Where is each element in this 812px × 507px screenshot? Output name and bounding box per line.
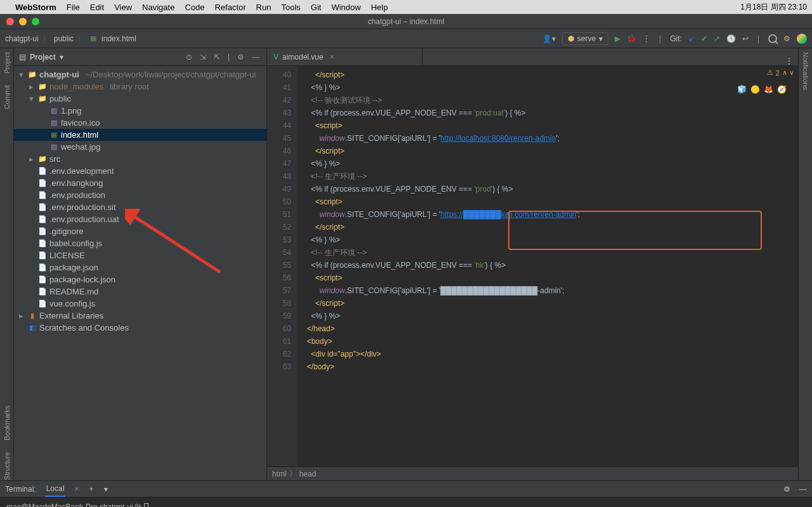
project-panel-icon: ▤ — [19, 53, 26, 62]
tree-file[interactable]: ▨wechat.jpg — [14, 141, 266, 153]
crumb-html[interactable]: html — [272, 470, 287, 478]
tree-file[interactable]: 📄README.md — [14, 286, 266, 298]
app-name[interactable]: WebStorm — [15, 3, 56, 12]
more-run-icon[interactable]: ⋮ — [643, 34, 650, 43]
editor-tabs: ▦index.html×{}package.json×⚙.env.product… — [267, 48, 798, 66]
tree-file[interactable]: 📄.env.hangkong — [14, 177, 266, 189]
settings-icon[interactable]: ⚙ — [235, 53, 246, 62]
terminal-label: Terminal: — [5, 485, 36, 494]
tree-file[interactable]: 📄LICENSE — [14, 249, 266, 261]
tree-file[interactable]: 📄.gitignore — [14, 225, 266, 237]
browser-chrome-icon[interactable]: 🟡 — [750, 85, 760, 94]
collapse-all-icon[interactable]: ⇱ — [212, 53, 222, 62]
tree-file[interactable]: 📄vue.config.js — [14, 298, 266, 310]
menu-code[interactable]: Code — [185, 3, 204, 12]
tab-dropdown-icon[interactable]: ▾ — [104, 485, 108, 494]
editor-breadcrumb: html 〉 head — [267, 466, 798, 480]
gutter: 4041424344454647484950515253545556575859… — [267, 66, 298, 466]
tree-file[interactable]: 📄.env.production.sit — [14, 201, 266, 213]
terminal-tab[interactable]: Local — [45, 482, 66, 497]
menu-tools[interactable]: Tools — [281, 3, 300, 12]
menu-help[interactable]: Help — [371, 3, 388, 12]
hide-terminal-icon[interactable]: — — [799, 485, 807, 494]
run-button[interactable]: ▶ — [615, 34, 620, 43]
tool-project[interactable]: Project — [3, 52, 11, 74]
run-config-selector[interactable]: ⬢ serve ▾ — [562, 32, 608, 45]
editor-body[interactable]: 4041424344454647484950515253545556575859… — [267, 66, 798, 466]
menu-navigate[interactable]: Navigate — [142, 3, 174, 12]
tree-file[interactable]: 📄package-lock.json — [14, 273, 266, 286]
editor-area: ▦index.html×{}package.json×⚙.env.product… — [267, 48, 798, 480]
browser-safari-icon[interactable]: 🧭 — [777, 85, 787, 94]
crumb-head[interactable]: head — [299, 470, 317, 478]
code-area[interactable]: </script> <% } %> <!-- 验收测试环境 --> <% if … — [298, 66, 798, 466]
tree-file[interactable]: 📄babel.config.js — [14, 237, 266, 249]
menubar-right: 1月18日 周四 23:10 — [740, 2, 807, 13]
tree-public[interactable]: ▾📁public — [14, 93, 266, 105]
terminal-panel: Terminal: Local × ＋ ▾ ⚙ — mac@MacdeMacBo… — [0, 480, 812, 507]
crumb-project[interactable]: chatgpt-ui — [5, 34, 39, 43]
editor-tab[interactable]: Vaimodel.vue× — [267, 49, 422, 65]
tree-root[interactable]: ▾📁chatgpt-ui~/Desktop/work/liwai/project… — [14, 69, 266, 81]
git-commit-icon[interactable]: ✔ — [701, 34, 707, 43]
tree-file[interactable]: ▨favicon.ico — [14, 117, 266, 129]
debug-button[interactable]: 🐞 — [627, 34, 636, 43]
close-window-icon[interactable] — [6, 18, 14, 25]
tree-node-modules[interactable]: ▸📁node_moduleslibrary root — [14, 81, 266, 93]
menu-file[interactable]: File — [67, 3, 80, 12]
menu-git[interactable]: Git — [311, 3, 322, 12]
crumb-file[interactable]: index.html — [102, 34, 136, 43]
tool-notifications[interactable]: Notifications — [802, 52, 809, 90]
close-tab-icon[interactable]: × — [74, 485, 79, 494]
tool-structure[interactable]: Structure — [3, 452, 11, 480]
user-icon[interactable]: 👤▾ — [542, 34, 556, 43]
history-icon[interactable]: 🕓 — [726, 34, 736, 43]
tool-commit[interactable]: Commit — [3, 85, 11, 109]
search-icon[interactable] — [768, 34, 777, 43]
browser-firefox-icon[interactable]: 🦊 — [764, 85, 773, 94]
hide-icon[interactable]: — — [250, 53, 261, 62]
tool-bookmarks[interactable]: Bookmarks — [3, 405, 11, 440]
tree-file[interactable]: 📄.env.development — [14, 165, 266, 177]
tree-src[interactable]: ▸📁src — [14, 153, 266, 165]
browser-builtin-icon[interactable]: 🧊 — [737, 85, 747, 94]
minimize-window-icon[interactable] — [19, 18, 27, 25]
chevron-down-icon[interactable]: ▾ — [60, 53, 63, 62]
menu-window[interactable]: Window — [331, 3, 360, 12]
menu-edit[interactable]: Edit — [90, 3, 104, 12]
maximize-window-icon[interactable] — [32, 18, 39, 25]
select-opened-icon[interactable]: ⊙ — [184, 53, 194, 62]
project-tree[interactable]: ▾📁chatgpt-ui~/Desktop/work/liwai/project… — [14, 66, 266, 480]
menu-run[interactable]: Run — [256, 3, 272, 12]
tree-file[interactable]: ▨1.png — [14, 105, 266, 117]
divider-icon: | — [226, 53, 232, 62]
terminal-settings-icon[interactable]: ⚙ — [783, 485, 790, 494]
chevron-right-icon: 〉 — [289, 468, 297, 479]
menu-refactor[interactable]: Refactor — [214, 3, 246, 12]
tree-file[interactable]: 📄.env.production — [14, 189, 266, 201]
status-datetime[interactable]: 1月18日 周四 23:10 — [740, 2, 807, 13]
chevron-down-icon: ▾ — [599, 34, 603, 43]
git-update-icon[interactable]: ↙ — [688, 34, 695, 43]
project-panel-title: Project — [30, 53, 56, 62]
tree-file[interactable]: 📄package.json — [14, 261, 266, 273]
tree-scratches[interactable]: ◧Scratches and Consoles — [14, 322, 266, 334]
inspections-badge[interactable]: ⚠ 2 ∧ ∨ — [767, 69, 794, 77]
expand-all-icon[interactable]: ⇲ — [198, 53, 208, 62]
terminal-body[interactable]: mac@MacdeMacBook-Pro chatgpt-ui % — [0, 497, 812, 507]
tree-external[interactable]: ▸▮External Libraries — [14, 310, 266, 322]
rollback-icon[interactable]: ↩ — [742, 34, 749, 43]
tabs-menu-icon[interactable]: ⋮ — [780, 56, 798, 65]
tree-file[interactable]: 📄.env.production.uat — [14, 213, 266, 225]
npm-icon: ⬢ — [568, 34, 574, 43]
menu-view[interactable]: View — [114, 3, 132, 12]
git-push-icon[interactable]: ↗ — [714, 34, 720, 43]
chevron-right-icon: 〉 — [77, 33, 85, 44]
avatar-icon[interactable] — [797, 34, 807, 44]
breadcrumb: chatgpt-ui 〉 public 〉 ▦ index.html — [5, 33, 136, 44]
crumb-folder[interactable]: public — [54, 34, 74, 43]
new-tab-icon[interactable]: ＋ — [88, 484, 95, 494]
right-tool-strip: Notifications — [798, 48, 812, 480]
ide-settings-icon[interactable]: ⚙ — [783, 34, 790, 43]
tree-file-selected[interactable]: ▦index.html — [14, 129, 266, 141]
